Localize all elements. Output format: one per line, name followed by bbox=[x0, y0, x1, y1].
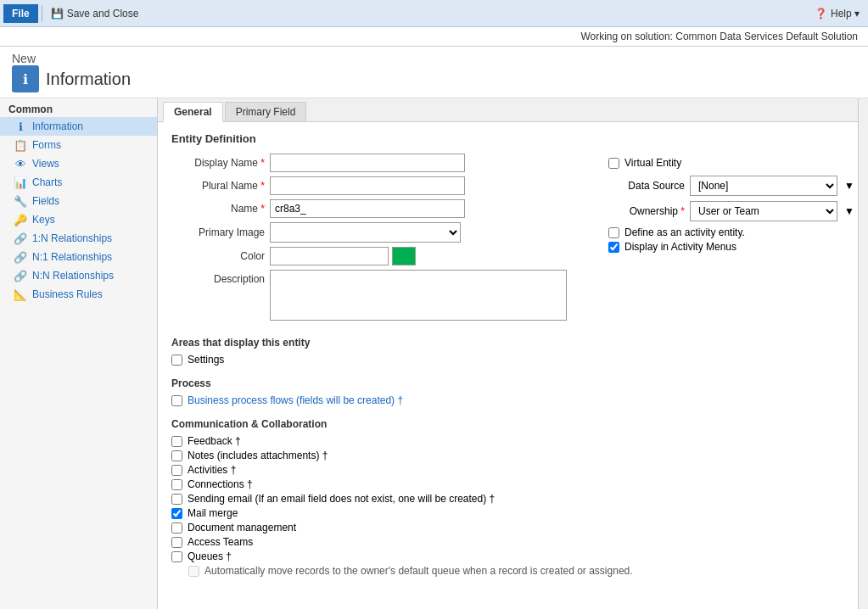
bpf-row: Business process flows (fields will be c… bbox=[171, 394, 854, 406]
sidebar-item-charts[interactable]: 📊 Charts bbox=[0, 173, 157, 192]
sidebar-item-business-rules[interactable]: 📐 Business Rules bbox=[0, 285, 157, 304]
primary-image-label: Primary Image bbox=[171, 226, 265, 238]
define-activity-checkbox[interactable] bbox=[608, 227, 619, 238]
save-close-button[interactable]: 💾 Save and Close bbox=[46, 6, 144, 21]
areas-title: Areas that display this entity bbox=[171, 337, 854, 349]
data-source-row: Data Source [None] ▼ bbox=[608, 176, 854, 196]
notes-row: Notes (includes attachments) † bbox=[171, 450, 854, 461]
tab-general[interactable]: General bbox=[163, 102, 223, 122]
content-area: General Primary Field Entity Definition … bbox=[158, 98, 868, 609]
entity-definition-layout: Display Name * Plural Name * bbox=[171, 154, 854, 325]
display-name-input[interactable] bbox=[270, 154, 465, 172]
main-layout: Common ℹ Information 📋 Forms 👁 Views 📊 C… bbox=[0, 98, 868, 609]
entity-def-left: Display Name * Plural Name * bbox=[171, 154, 583, 325]
areas-section: Areas that display this entity Settings bbox=[171, 337, 854, 366]
page-title: Information bbox=[46, 70, 131, 89]
1n-relationships-icon: 🔗 bbox=[14, 232, 27, 245]
activities-checkbox[interactable] bbox=[171, 465, 182, 476]
connections-row: Connections † bbox=[171, 478, 854, 490]
description-label: Description bbox=[171, 270, 265, 285]
access-teams-checkbox[interactable] bbox=[171, 537, 182, 548]
sidebar-item-nn-relationships[interactable]: 🔗 N:N Relationships bbox=[0, 266, 157, 285]
help-icon: ❓ bbox=[815, 8, 827, 20]
virtual-entity-checkbox[interactable] bbox=[608, 158, 619, 169]
entity-def-right: Virtual Entity Data Source [None] ▼ Owne… bbox=[583, 154, 854, 325]
process-title: Process bbox=[171, 377, 854, 389]
ownership-select[interactable]: User or Team Organization bbox=[690, 201, 837, 221]
color-input[interactable] bbox=[270, 247, 389, 265]
doc-management-row: Document management bbox=[171, 522, 854, 534]
data-source-select[interactable]: [None] bbox=[690, 176, 837, 196]
help-button[interactable]: ❓ Help ▾ bbox=[809, 6, 865, 21]
tab-bar: General Primary Field bbox=[158, 98, 868, 122]
business-rules-icon: 📐 bbox=[14, 288, 27, 301]
display-name-row: Display Name * bbox=[171, 154, 583, 172]
header-icon: ℹ bbox=[12, 65, 39, 92]
description-textarea[interactable] bbox=[270, 270, 567, 321]
display-name-label: Display Name * bbox=[171, 157, 265, 169]
notes-checkbox[interactable] bbox=[171, 450, 182, 461]
new-label: New bbox=[12, 52, 131, 65]
description-row: Description bbox=[171, 270, 583, 321]
n1-relationships-icon: 🔗 bbox=[14, 250, 27, 264]
connections-checkbox[interactable] bbox=[171, 479, 182, 490]
sidebar-section-common: Common bbox=[0, 98, 157, 117]
name-input[interactable] bbox=[270, 199, 465, 218]
activities-row: Activities † bbox=[171, 464, 854, 476]
communication-section: Communication & Collaboration Feedback †… bbox=[171, 418, 854, 577]
form-content: Entity Definition Display Name * Plural … bbox=[158, 122, 868, 589]
display-activity-menus-checkbox[interactable] bbox=[608, 242, 619, 253]
color-swatch[interactable] bbox=[392, 247, 416, 265]
entity-definition-title: Entity Definition bbox=[171, 132, 854, 145]
settings-checkbox[interactable] bbox=[171, 355, 182, 366]
plural-name-row: Plural Name * bbox=[171, 176, 583, 195]
access-teams-row: Access Teams bbox=[171, 536, 854, 548]
header-area: New ℹ Information bbox=[0, 47, 868, 98]
feedback-checkbox[interactable] bbox=[171, 436, 182, 447]
charts-icon: 📊 bbox=[14, 176, 27, 189]
communication-title: Communication & Collaboration bbox=[171, 418, 854, 430]
name-label: Name * bbox=[171, 203, 265, 215]
views-icon: 👁 bbox=[14, 157, 27, 170]
sidebar-item-fields[interactable]: 🔧 Fields bbox=[0, 192, 157, 210]
name-row: Name * bbox=[171, 199, 583, 218]
display-activity-menus-row: Display in Activity Menus bbox=[608, 241, 854, 253]
ownership-label: Ownership * bbox=[608, 205, 685, 217]
bpf-checkbox[interactable] bbox=[171, 395, 182, 406]
toolbar: File 💾 Save and Close ❓ Help ▾ bbox=[0, 0, 868, 27]
sidebar-item-n1-relationships[interactable]: 🔗 N:1 Relationships bbox=[0, 248, 157, 266]
plural-name-label: Plural Name * bbox=[171, 180, 265, 192]
data-source-label: Data Source bbox=[608, 180, 685, 192]
sidebar-item-keys[interactable]: 🔑 Keys bbox=[0, 210, 157, 229]
forms-icon: 📋 bbox=[14, 138, 27, 152]
sidebar-item-views[interactable]: 👁 Views bbox=[0, 154, 157, 173]
keys-icon: 🔑 bbox=[14, 213, 27, 226]
virtual-entity-label: Virtual Entity bbox=[624, 157, 681, 169]
ownership-dropdown-icon: ▼ bbox=[844, 205, 854, 217]
file-button[interactable]: File bbox=[3, 4, 38, 23]
queues-checkbox[interactable] bbox=[171, 551, 182, 562]
primary-image-row: Primary Image bbox=[171, 222, 583, 243]
fields-icon: 🔧 bbox=[14, 194, 27, 208]
plural-name-input[interactable] bbox=[270, 176, 465, 195]
color-label: Color bbox=[171, 250, 265, 262]
sending-email-row: Sending email (If an email field does no… bbox=[171, 493, 854, 505]
solution-bar: Working on solution: Common Data Service… bbox=[0, 27, 868, 47]
information-icon: ℹ bbox=[14, 120, 27, 133]
ownership-row: Ownership * User or Team Organization ▼ bbox=[608, 201, 854, 221]
settings-row: Settings bbox=[171, 354, 854, 366]
sidebar-item-1n-relationships[interactable]: 🔗 1:N Relationships bbox=[0, 229, 157, 248]
sending-email-checkbox[interactable] bbox=[171, 494, 182, 505]
queues-row: Queues † bbox=[171, 550, 854, 562]
scrollbar-track[interactable] bbox=[858, 98, 868, 609]
data-source-dropdown-icon: ▼ bbox=[844, 180, 854, 192]
feedback-row: Feedback † bbox=[171, 435, 854, 447]
doc-management-checkbox[interactable] bbox=[171, 522, 182, 534]
auto-queue-checkbox[interactable] bbox=[188, 566, 199, 577]
sidebar-item-forms[interactable]: 📋 Forms bbox=[0, 136, 157, 154]
tab-primary-field[interactable]: Primary Field bbox=[225, 102, 307, 121]
primary-image-select[interactable] bbox=[270, 222, 461, 243]
mail-merge-checkbox[interactable] bbox=[171, 508, 182, 519]
mail-merge-row: Mail merge bbox=[171, 507, 854, 519]
sidebar-item-information[interactable]: ℹ Information bbox=[0, 117, 157, 136]
